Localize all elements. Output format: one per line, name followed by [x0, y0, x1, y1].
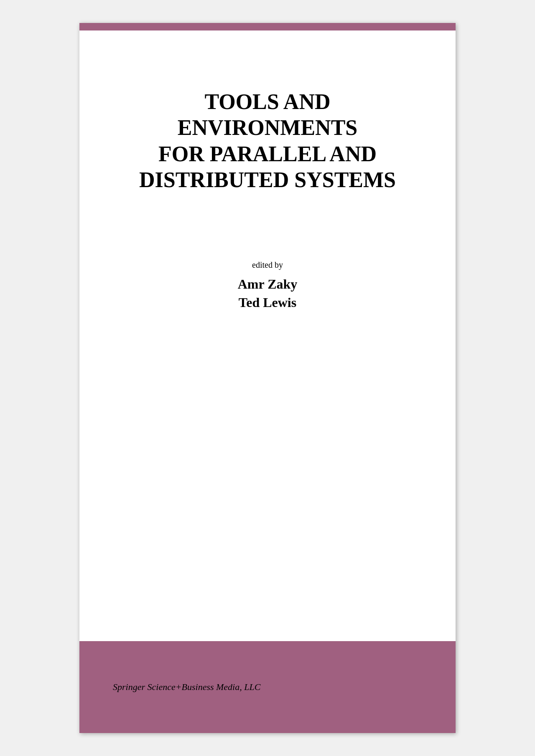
edited-by-label: edited by	[238, 260, 298, 270]
author-names: Amr Zaky Ted Lewis	[238, 275, 298, 312]
authors-section: edited by Amr Zaky Ted Lewis	[238, 260, 298, 312]
title-line1: TOOLS AND	[204, 90, 330, 114]
title-line4: DISTRIBUTED SYSTEMS	[139, 168, 396, 192]
main-content: TOOLS AND ENVIRONMENTS FOR PARALLEL AND …	[79, 30, 456, 641]
book-title: TOOLS AND ENVIRONMENTS FOR PARALLEL AND …	[139, 89, 396, 193]
title-line2: ENVIRONMENTS	[178, 116, 358, 140]
top-bar	[79, 23, 456, 30]
bottom-section: Springer Science+Business Media, LLC	[79, 641, 456, 733]
book-cover: TOOLS AND ENVIRONMENTS FOR PARALLEL AND …	[79, 23, 456, 733]
author2: Ted Lewis	[238, 293, 298, 312]
title-line3: FOR PARALLEL AND	[158, 142, 377, 166]
author1: Amr Zaky	[238, 275, 298, 294]
publisher-name: Springer Science+Business Media, LLC	[113, 682, 260, 693]
